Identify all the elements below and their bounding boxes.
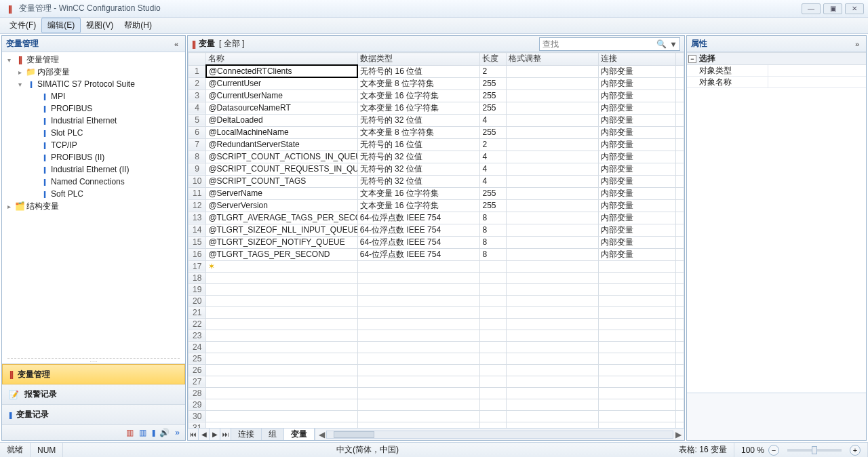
cell-format[interactable] [507,283,599,295]
cell-format[interactable] [507,364,599,376]
cell-format[interactable] [507,114,599,126]
table-row[interactable]: 27 [189,376,684,387]
tree-internal-tags[interactable]: ▸ 📁 内部变量 [2,66,185,78]
cell-name[interactable] [206,387,357,399]
cell-name[interactable]: @RedundantServerState [206,138,357,151]
cell-name[interactable]: @SCRIPT_COUNT_TAGS [206,175,357,187]
cell-format[interactable] [507,422,599,428]
cell-name[interactable] [206,330,357,341]
cell-name[interactable] [206,283,357,295]
cell-length[interactable]: 255 [480,199,507,212]
cell-length[interactable]: 8 [480,212,507,224]
tree-protocol-suite[interactable]: ▾ || SIMATIC S7 Protocol Suite [2,78,185,90]
cell-connection[interactable]: 内部变量 [599,224,676,236]
cell-connection[interactable] [599,295,676,306]
table-row[interactable]: 21 [189,306,684,318]
row-number[interactable]: 10 [189,175,206,187]
tab-tags[interactable]: 变量 [284,429,315,440]
table-row[interactable]: 3@CurrentUserName文本变量 16 位字符集255内部变量 [189,90,684,102]
cell-connection[interactable] [599,318,676,330]
row-number[interactable]: 29 [189,399,206,410]
row-number[interactable]: 5 [189,114,206,126]
cell-connection[interactable] [599,341,676,353]
cell-format[interactable] [507,248,599,260]
cell-format[interactable] [507,65,599,77]
props-value[interactable] [768,65,866,76]
row-number[interactable]: 22 [189,318,206,330]
zoom-control[interactable]: 100 % − + [734,443,868,457]
cell-datatype[interactable] [357,341,480,353]
cell-length[interactable] [480,272,507,283]
cell-name[interactable]: @LocalMachineName [206,126,357,138]
row-number[interactable]: 24 [189,341,206,353]
cell-datatype[interactable]: 无符号的 16 位值 [357,65,480,77]
cell-connection[interactable]: 内部变量 [599,199,676,212]
cell-datatype[interactable]: 64-位浮点数 IEEE 754 [357,236,480,248]
cell-length[interactable]: 8 [480,236,507,248]
cell-connection[interactable] [599,422,676,428]
cell-datatype[interactable]: 文本变量 8 位字符集 [357,126,480,138]
row-number[interactable]: 23 [189,330,206,341]
cell-name[interactable] [206,399,357,410]
close-button[interactable]: ✕ [845,3,864,14]
row-number[interactable]: 26 [189,364,206,376]
table-row[interactable]: 11@ServerName文本变量 16 位字符集255内部变量 [189,187,684,199]
search-input[interactable] [540,38,655,50]
cell-length[interactable]: 255 [480,77,507,90]
tree-channel[interactable]: ||TCP/IP [2,139,185,151]
col-name[interactable]: 名称 [206,53,357,66]
cell-format[interactable] [507,224,599,236]
cell-name[interactable] [206,295,357,306]
menu-view[interactable]: 视图(V) [81,18,119,33]
cell-datatype[interactable] [357,422,480,428]
table-row[interactable]: 16@TLGRT_TAGS_PER_SECOND64-位浮点数 IEEE 754… [189,248,684,260]
cell-length[interactable]: 255 [480,102,507,114]
cell-connection[interactable] [599,306,676,318]
cell-connection[interactable]: 内部变量 [599,126,676,138]
cell-format[interactable] [507,399,599,410]
expand-icon[interactable]: ▾ [16,81,24,88]
cell-datatype[interactable]: 无符号的 32 位值 [357,151,480,163]
cell-name[interactable] [206,272,357,283]
cell-format[interactable] [507,260,599,272]
cell-datatype[interactable]: 文本变量 8 位字符集 [357,77,480,90]
cell-connection[interactable]: 内部变量 [599,138,676,151]
cell-format[interactable] [507,353,599,364]
cell-datatype[interactable] [357,330,480,341]
tree-channel[interactable]: ||Named Connections [2,176,185,188]
cell-name[interactable]: @SCRIPT_COUNT_REQUESTS_IN_QUEUES [206,163,357,175]
table-row[interactable]: 7@RedundantServerState无符号的 16 位值2内部变量 [189,138,684,151]
cell-connection[interactable]: 内部变量 [599,212,676,224]
cell-connection[interactable]: 内部变量 [599,90,676,102]
cell-length[interactable] [480,387,507,399]
cell-datatype[interactable]: 文本变量 16 位字符集 [357,102,480,114]
cell-length[interactable] [480,399,507,410]
cell-length[interactable] [480,376,507,387]
cell-datatype[interactable]: 无符号的 32 位值 [357,114,480,126]
cell-name[interactable]: @DatasourceNameRT [206,102,357,114]
row-number[interactable]: 12 [189,199,206,212]
cell-format[interactable] [507,341,599,353]
cell-datatype[interactable]: 文本变量 16 位字符集 [357,90,480,102]
row-number[interactable]: 19 [189,283,206,295]
cell-length[interactable]: 4 [480,151,507,163]
cell-length[interactable] [480,295,507,306]
scroll-track[interactable] [326,431,673,439]
cell-length[interactable] [480,341,507,353]
cell-name[interactable]: @ConnectedRTClients [206,65,357,77]
cell-datatype[interactable]: 64-位浮点数 IEEE 754 [357,224,480,236]
table-row[interactable]: 10@SCRIPT_COUNT_TAGS无符号的 32 位值4内部变量 [189,175,684,187]
cell-connection[interactable] [599,272,676,283]
tree-channel[interactable]: ||PROFIBUS [2,102,185,115]
cell-length[interactable] [480,260,507,272]
nav-tag-logging[interactable]: ||| 变量记录 [2,405,185,425]
row-number[interactable]: 11 [189,187,206,199]
tree-channel[interactable]: ||Industrial Ethernet [2,115,185,127]
cell-length[interactable]: 2 [480,65,507,77]
zoom-in-button[interactable]: + [850,445,861,456]
row-number[interactable]: 30 [189,410,206,422]
restore-button[interactable]: ▣ [823,3,842,14]
table-row[interactable]: 24 [189,341,684,353]
row-number[interactable]: 17 [189,260,206,272]
col-datatype[interactable]: 数据类型 [357,53,480,66]
